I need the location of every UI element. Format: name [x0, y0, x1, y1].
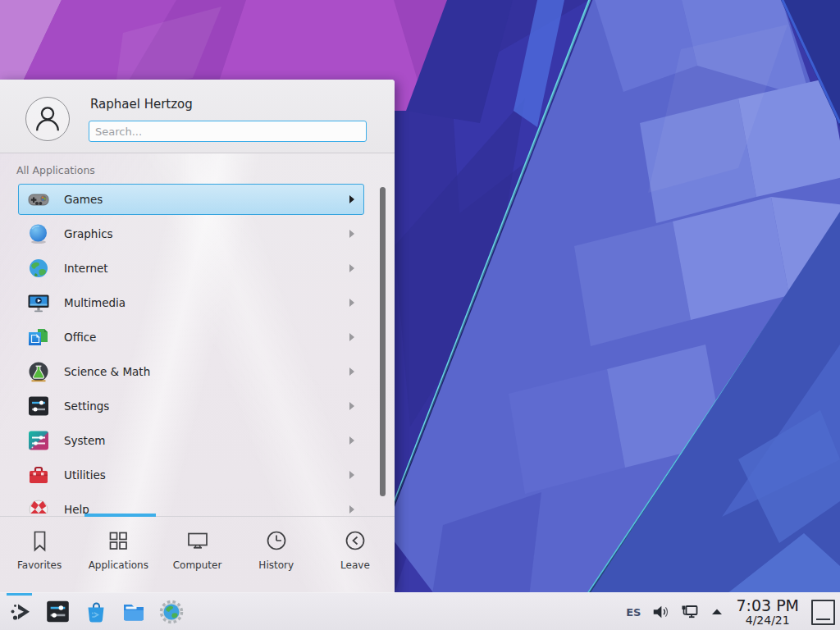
- category-row-games[interactable]: Games: [18, 184, 364, 215]
- settings-sliders-icon: [27, 395, 50, 418]
- tab-favorites[interactable]: Favorites: [0, 517, 79, 592]
- taskbar-launchers: [0, 598, 185, 625]
- submenu-arrow-icon: [349, 299, 354, 307]
- keyboard-layout-indicator[interactable]: ES: [626, 606, 641, 619]
- expand-tray-arrow-icon[interactable]: [710, 605, 724, 619]
- category-row-system[interactable]: System: [18, 425, 364, 456]
- category-label: Help: [64, 503, 349, 514]
- system-sliders-icon: [27, 429, 50, 452]
- taskbar-panel: ES 7:03 PM 4/24/21: [0, 592, 840, 630]
- submenu-arrow-icon: [349, 230, 354, 238]
- leave-icon: [343, 528, 368, 553]
- category-row-utilities[interactable]: Utilities: [18, 459, 364, 491]
- submenu-arrow-icon: [349, 402, 354, 410]
- tab-leave[interactable]: Leave: [316, 517, 395, 592]
- kickoff-tab-bar: Favorites Applications Computer: [0, 517, 395, 592]
- dolphin-folder-icon[interactable]: [120, 598, 147, 625]
- user-avatar[interactable]: [25, 97, 70, 141]
- science-flask-icon: [27, 360, 50, 383]
- category-row-multimedia[interactable]: Multimedia: [18, 287, 364, 318]
- tab-history[interactable]: History: [237, 517, 316, 592]
- app-grid-icon: [106, 528, 130, 553]
- category-label: System: [64, 434, 349, 447]
- tab-label: Favorites: [17, 559, 62, 571]
- wired-network-icon[interactable]: [680, 602, 700, 622]
- graphics-ball-icon: [27, 222, 50, 245]
- utilities-toolbox-icon: [27, 463, 50, 486]
- category-row-science-math[interactable]: Science & Math: [18, 356, 364, 387]
- search-input[interactable]: [89, 121, 367, 142]
- tab-label: Applications: [89, 559, 148, 571]
- gamepad-icon: [27, 188, 50, 211]
- category-label: Graphics: [64, 227, 349, 240]
- computer-icon: [185, 528, 210, 553]
- tab-label: History: [258, 559, 294, 571]
- system-tray: ES 7:03 PM 4/24/21: [626, 593, 835, 630]
- category-row-help[interactable]: Help: [18, 494, 364, 514]
- section-label-all-applications: All Applications: [16, 164, 95, 176]
- user-name: Raphael Hertzog: [90, 97, 193, 112]
- submenu-arrow-icon: [349, 505, 354, 514]
- list-scrollbar[interactable]: [380, 187, 386, 496]
- submenu-arrow-icon: [349, 368, 354, 376]
- category-label: Multimedia: [64, 296, 349, 309]
- office-docs-icon: [27, 326, 50, 349]
- submenu-arrow-icon: [349, 264, 354, 272]
- category-label: Games: [64, 193, 349, 206]
- category-label: Internet: [64, 262, 349, 275]
- tab-label: Leave: [340, 559, 370, 571]
- submenu-arrow-icon: [349, 195, 354, 203]
- digital-clock[interactable]: 7:03 PM 4/24/21: [736, 598, 799, 627]
- application-launcher-menu: Raphael Hertzog All Applications Games: [0, 80, 395, 592]
- clock-date: 4/24/21: [746, 614, 790, 627]
- submenu-arrow-icon: [349, 471, 354, 479]
- category-row-settings[interactable]: Settings: [18, 390, 364, 422]
- user-person-icon: [29, 100, 66, 138]
- category-row-office[interactable]: Office: [18, 322, 364, 353]
- category-row-graphics[interactable]: Graphics: [18, 218, 364, 249]
- multimedia-icon: [27, 291, 50, 314]
- application-category-list: Games Graphics Internet: [0, 184, 395, 514]
- category-label: Utilities: [64, 468, 349, 482]
- clock-time: 7:03 PM: [736, 598, 799, 614]
- clock-icon: [264, 528, 289, 553]
- launcher-active-indicator: [7, 593, 32, 596]
- category-label: Settings: [64, 399, 349, 413]
- category-label: Science & Math: [64, 365, 349, 378]
- tab-label: Computer: [173, 559, 222, 571]
- volume-icon[interactable]: [651, 603, 669, 621]
- tab-computer[interactable]: Computer: [158, 517, 236, 592]
- show-desktop-widget[interactable]: [811, 600, 835, 625]
- bookmark-icon: [27, 528, 52, 553]
- system-settings-icon[interactable]: [44, 598, 71, 625]
- submenu-arrow-icon: [349, 436, 354, 445]
- menu-header: Raphael Hertzog: [0, 80, 395, 153]
- globe-icon: [27, 257, 50, 280]
- tab-applications[interactable]: Applications: [79, 517, 158, 592]
- category-label: Office: [64, 331, 349, 344]
- help-lifebuoy-icon: [27, 498, 50, 514]
- submenu-arrow-icon: [349, 333, 354, 341]
- browser-globe-gear-icon[interactable]: [158, 598, 185, 625]
- kde-launcher-icon[interactable]: [7, 598, 34, 625]
- category-row-internet[interactable]: Internet: [18, 253, 364, 284]
- discover-bag-icon[interactable]: [82, 598, 109, 625]
